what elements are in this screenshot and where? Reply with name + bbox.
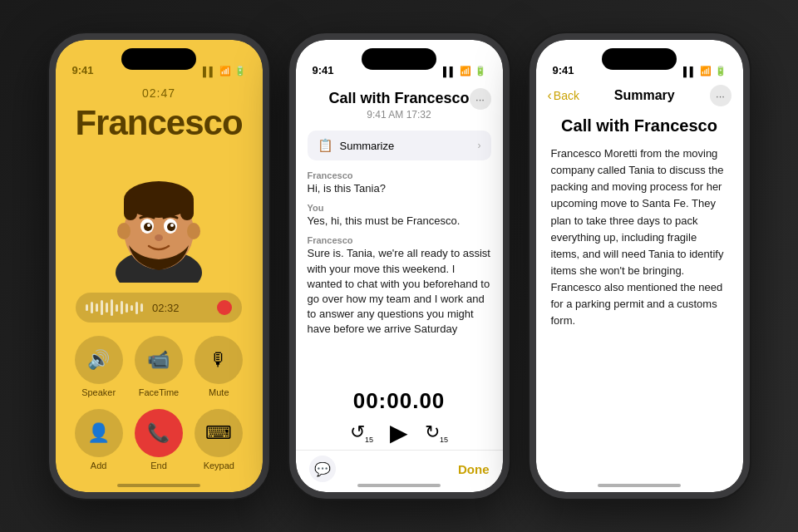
playback-section: 00:00.00 ↺15 ▶ ↻15 <box>296 382 503 450</box>
signal-icon: ▌▌ <box>203 66 216 76</box>
signal-icon-2: ▌▌ <box>443 66 456 76</box>
add-icon: 👤 <box>75 409 123 457</box>
skip-back-button[interactable]: ↺15 <box>350 421 373 444</box>
transcript-body: Francesco Hi, is this Tania? You Yes, hi… <box>296 167 503 382</box>
controls-row-2: 👤 Add 📞 End ⌨ Keypad <box>69 409 249 470</box>
playback-controls: ↺15 ▶ ↻15 <box>350 419 448 446</box>
summary-text: Francesco Moretti from the moving compan… <box>551 145 728 330</box>
wave-bar <box>111 299 113 316</box>
call-duration: 02:32 <box>152 302 180 314</box>
svg-point-13 <box>170 224 174 227</box>
wave-bar <box>101 300 103 315</box>
facetime-icon: 📹 <box>135 336 183 384</box>
wave-bar <box>126 303 128 313</box>
svg-point-7 <box>187 223 200 239</box>
wave-bar <box>135 302 138 314</box>
chat-button[interactable]: 💬 <box>309 456 336 482</box>
wave-bar <box>91 302 93 313</box>
message-text-1: Hi, is this Tania? <box>308 181 491 196</box>
phone-summary: 9:41 ▌▌ 📶 🔋 ‹ Back Summary ··· Ca <box>530 33 750 499</box>
phone-transcript: 9:41 ▌▌ 📶 🔋 Call with Francesco 9:41 AM … <box>289 33 510 499</box>
wave-bar <box>86 304 88 311</box>
audio-waveform: 02:32 <box>76 293 242 323</box>
keypad-label: Keypad <box>204 461 234 470</box>
mute-icon: 🎙 <box>195 336 243 384</box>
wave-bar <box>116 304 118 312</box>
mute-label: Mute <box>209 387 229 397</box>
speaker-button[interactable]: 🔊 Speaker <box>75 336 123 397</box>
wave-bar <box>96 303 98 312</box>
summary-more-button[interactable]: ··· <box>710 85 732 106</box>
dynamic-island <box>121 48 196 70</box>
status-icons-1: ▌▌ 📶 🔋 <box>203 66 246 76</box>
status-time-2: 9:41 <box>313 64 334 76</box>
summarize-bar[interactable]: 📋 Summarize › <box>308 131 491 160</box>
status-icons-2: ▌▌ 📶 🔋 <box>443 66 486 76</box>
svg-point-12 <box>147 224 150 227</box>
wave-bar <box>121 301 123 314</box>
summary-nav: ‹ Back Summary ··· <box>536 83 743 113</box>
message-text-2: Yes, hi, this must be Francesco. <box>308 214 491 229</box>
add-button[interactable]: 👤 Add <box>75 409 123 470</box>
controls-row-1: 🔊 Speaker 📹 FaceTime 🎙 Mute <box>69 336 249 397</box>
wifi-icon-3: 📶 <box>700 66 712 76</box>
svg-rect-5 <box>180 195 194 220</box>
end-call-icon: 📞 <box>135 409 183 457</box>
wifi-icon-2: 📶 <box>460 66 471 76</box>
phone3-content: ‹ Back Summary ··· Call with Francesco F… <box>536 40 743 492</box>
dynamic-island-2 <box>362 48 436 70</box>
phone2-content: Call with Francesco 9:41 AM 17:32 ··· 📋 … <box>296 40 503 492</box>
speaker-icon: 🔊 <box>75 336 123 384</box>
home-indicator-3 <box>598 484 681 487</box>
call-controls: 🔊 Speaker 📹 FaceTime 🎙 Mute <box>56 336 263 470</box>
phone-active-call: 9:41 ▌▌ 📶 🔋 02:47 Francesco <box>49 33 269 499</box>
keypad-icon: ⌨ <box>195 409 243 457</box>
home-indicator-1 <box>117 484 200 487</box>
back-chevron-icon: ‹ <box>548 88 552 103</box>
summarize-icon: 📋 <box>318 138 333 153</box>
play-button[interactable]: ▶ <box>390 419 408 446</box>
dynamic-island-3 <box>602 48 677 70</box>
end-call-button[interactable]: 📞 End <box>135 409 183 470</box>
end-label: End <box>150 461 167 470</box>
status-time-3: 9:41 <box>553 64 574 76</box>
more-options-button[interactable]: ··· <box>470 88 491 110</box>
back-button[interactable]: ‹ Back <box>548 88 579 103</box>
playback-time: 00:00.00 <box>353 388 446 414</box>
mute-button[interactable]: 🎙 Mute <box>195 336 243 397</box>
wave-bar <box>131 305 133 311</box>
memoji-avatar <box>92 150 225 283</box>
battery-icon-3: 🔋 <box>715 66 727 76</box>
summary-nav-title: Summary <box>614 88 675 103</box>
signal-icon-3: ▌▌ <box>683 66 697 76</box>
status-time-1: 9:41 <box>72 64 94 76</box>
wifi-icon: 📶 <box>219 66 231 76</box>
keypad-button[interactable]: ⌨ Keypad <box>195 409 243 470</box>
message-2: You Yes, hi, this must be Francesco. <box>308 203 491 229</box>
skip-forward-button[interactable]: ↻15 <box>425 421 448 444</box>
add-label: Add <box>91 461 107 470</box>
speaker-label: Speaker <box>81 387 116 397</box>
sender-1: Francesco <box>308 170 491 180</box>
done-button[interactable]: Done <box>458 462 490 476</box>
summary-title: Call with Francesco <box>551 116 728 135</box>
caller-name: Francesco <box>75 103 242 143</box>
sender-3: Francesco <box>308 235 491 245</box>
back-label: Back <box>554 89 579 102</box>
facetime-label: FaceTime <box>139 387 180 397</box>
wave-bar <box>140 303 143 312</box>
facetime-button[interactable]: 📹 FaceTime <box>135 336 183 397</box>
battery-icon: 🔋 <box>234 66 246 76</box>
message-text-3: Sure is. Tania, we're all ready to assis… <box>308 246 491 337</box>
record-indicator <box>217 300 232 315</box>
svg-point-14 <box>155 234 163 241</box>
status-icons-3: ▌▌ 📶 🔋 <box>683 66 727 76</box>
transcript-title: Call with Francesco <box>309 90 490 107</box>
home-indicator-2 <box>357 484 441 487</box>
sender-2: You <box>308 203 491 213</box>
message-3: Francesco Sure is. Tania, we're all read… <box>308 235 491 337</box>
summarize-chevron-icon: › <box>478 140 481 151</box>
transcript-subtitle: 9:41 AM 17:32 <box>309 109 490 121</box>
wave-bar <box>106 303 108 313</box>
summarize-label: Summarize <box>340 140 395 152</box>
